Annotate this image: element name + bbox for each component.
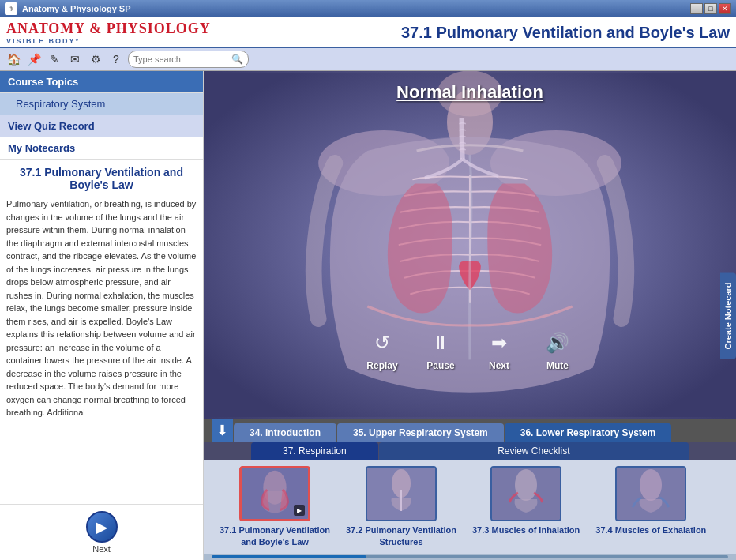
- thumbnail-label-37-3: 37.3 Muscles of Inhalation: [472, 524, 580, 536]
- minimize-button[interactable]: ─: [690, 3, 703, 14]
- next-ctrl-label: Next: [489, 360, 509, 371]
- search-input[interactable]: [133, 54, 228, 64]
- help-icon[interactable]: ?: [107, 51, 125, 68]
- next-button-area: ▶ Next: [0, 504, 203, 560]
- sidebar-lesson-title: 37.1 Pulmonary Ventilation andBoyle's La…: [6, 166, 197, 191]
- pause-label: Pause: [426, 360, 454, 371]
- app-header: ANATOMY & PHYSIOLOGY VISIBLE BODY° 37.1 …: [0, 17, 736, 48]
- animation-title: Normal Inhalation: [396, 82, 543, 103]
- thumbnail-label-37-1: 37.1 Pulmonary Ventilation and Boyle's L…: [220, 524, 330, 547]
- content-area: Create Notecard: [204, 71, 736, 560]
- progress-bar-area: [204, 554, 736, 560]
- logo-title: ANATOMY & PHYSIOLOGY: [6, 21, 211, 37]
- sidebar-item-my-notecards[interactable]: My Notecards: [0, 137, 203, 160]
- sidebar-item-course-topics[interactable]: Course Topics: [0, 71, 203, 93]
- window-controls: ─ □ ✕: [690, 3, 731, 14]
- mute-button[interactable]: 🔊 Mute: [540, 329, 575, 371]
- logo-area: ANATOMY & PHYSIOLOGY VISIBLE BODY°: [6, 21, 211, 45]
- search-button[interactable]: 🔍: [231, 54, 243, 65]
- tab-review-checklist[interactable]: Review Checklist: [379, 442, 689, 460]
- replay-label: Replay: [366, 360, 397, 371]
- thumbnail-strip: ▶ 37.1 Pulmonary Ventilation and Boyle's…: [204, 460, 736, 554]
- replay-icon: ↺: [365, 329, 400, 357]
- maximize-button[interactable]: □: [704, 3, 717, 14]
- tab-lower-respiratory[interactable]: 36. Lower Respiratory System: [505, 423, 671, 442]
- header-lesson-title: 37.1 Pulmonary Ventilation and Boyle's L…: [219, 24, 730, 42]
- pause-icon: ⏸: [423, 329, 458, 357]
- thumbnail-37-1[interactable]: ▶ 37.1 Pulmonary Ventilation and Boyle's…: [220, 466, 330, 547]
- edit-icon[interactable]: ✎: [46, 51, 63, 68]
- next-arrow-icon: ▶: [96, 517, 107, 536]
- sidebar-content: 37.1 Pulmonary Ventilation andBoyle's La…: [0, 160, 203, 504]
- animation-area: Normal Inhalation ↺ Replay ⏸ Pause ➡ Nex…: [204, 71, 736, 419]
- playback-controls: ↺ Replay ⏸ Pause ➡ Next 🔊 Mute: [365, 329, 575, 371]
- thumbnail-37-4[interactable]: 37.4 Muscles of Exhalation: [595, 466, 706, 536]
- thumbnail-img-37-1: ▶: [239, 466, 310, 521]
- thumbnail-img-37-4: [615, 466, 686, 521]
- tabs-expand-button[interactable]: ⬇: [212, 419, 233, 442]
- thumb-play-icon: ▶: [294, 505, 305, 516]
- progress-track[interactable]: [212, 555, 728, 558]
- next-label: Next: [92, 544, 111, 554]
- next-ctrl-icon: ➡: [482, 329, 516, 357]
- tabs-row-1: ⬇ 34. Introduction 35. Upper Respiratory…: [204, 419, 736, 442]
- app-icon: ⚕: [5, 2, 17, 15]
- next-button[interactable]: ▶: [86, 511, 118, 543]
- bookmark-icon[interactable]: 📌: [25, 51, 43, 68]
- replay-button[interactable]: ↺ Replay: [365, 329, 400, 371]
- window-title: Anatomy & Physiology SP: [22, 4, 685, 13]
- sidebar-item-view-quiz[interactable]: View Quiz Record: [0, 115, 203, 137]
- thumbnail-label-37-4: 37.4 Muscles of Exhalation: [595, 524, 706, 536]
- title-bar: ⚕ Anatomy & Physiology SP ─ □ ✕: [0, 0, 736, 17]
- svg-point-12: [515, 469, 537, 501]
- sidebar-text: Pulmonary ventilation, or breathing, is …: [6, 197, 197, 419]
- settings-icon[interactable]: ⚙: [87, 51, 104, 68]
- thumbnail-img-37-3: [490, 466, 561, 521]
- search-box: 🔍: [128, 51, 249, 68]
- progress-fill: [212, 555, 366, 558]
- create-notecard-tab[interactable]: Create Notecard: [720, 272, 736, 359]
- next-ctrl-button[interactable]: ➡ Next: [482, 329, 516, 371]
- mute-icon: 🔊: [540, 329, 575, 357]
- pause-button[interactable]: ⏸ Pause: [423, 329, 458, 371]
- app-container: ANATOMY & PHYSIOLOGY VISIBLE BODY° 37.1 …: [0, 17, 736, 560]
- thumbnail-label-37-2: 37.2 Pulmonary Ventilation Structures: [346, 524, 456, 547]
- close-button[interactable]: ✕: [719, 3, 731, 14]
- tabs-row-2: 37. Respiration Review Checklist: [204, 442, 736, 460]
- main-content: Course Topics Respiratory System View Qu…: [0, 71, 736, 560]
- tabs-section: ⬇ 34. Introduction 35. Upper Respiratory…: [204, 419, 736, 460]
- thumbnail-37-2[interactable]: 37.2 Pulmonary Ventilation Structures: [346, 466, 456, 547]
- logo-subtitle: VISIBLE BODY°: [6, 37, 211, 45]
- thumbnail-img-37-2: [366, 466, 437, 521]
- sidebar: Course Topics Respiratory System View Qu…: [0, 71, 204, 560]
- mute-label: Mute: [546, 360, 569, 371]
- tab-introduction[interactable]: 34. Introduction: [234, 423, 336, 442]
- tab-respiration[interactable]: 37. Respiration: [251, 442, 378, 460]
- thumbnail-37-3[interactable]: 37.3 Muscles of Inhalation: [472, 466, 580, 536]
- home-icon[interactable]: 🏠: [5, 51, 22, 68]
- tab-upper-respiratory[interactable]: 35. Upper Respiratory System: [337, 423, 504, 442]
- sidebar-item-respiratory-system[interactable]: Respiratory System: [0, 93, 203, 115]
- svg-point-14: [640, 469, 662, 501]
- toolbar: 🏠 📌 ✎ ✉ ⚙ ? 🔍: [0, 48, 736, 71]
- mail-icon[interactable]: ✉: [66, 51, 84, 68]
